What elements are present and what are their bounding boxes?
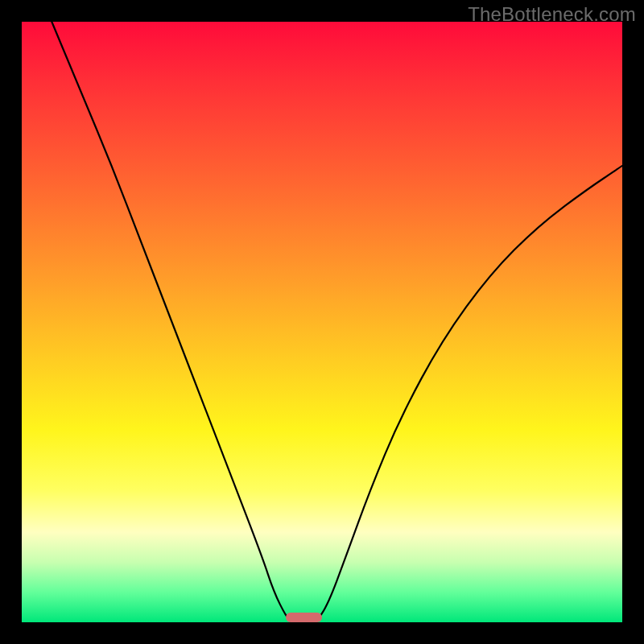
plot-area	[22, 22, 622, 622]
curve-left-branch	[52, 22, 291, 622]
chart-frame: TheBottleneck.com	[0, 0, 644, 644]
bottleneck-marker	[286, 613, 322, 622]
curves-svg	[22, 22, 622, 622]
curve-right-branch	[316, 166, 622, 622]
